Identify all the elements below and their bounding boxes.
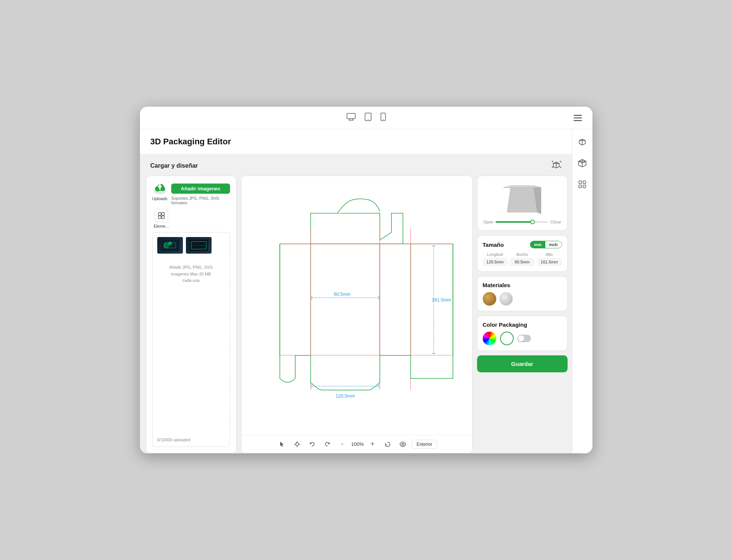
add-images-button[interactable]: Añadir imagenes — [171, 184, 230, 194]
sidebar-grid-icon[interactable] — [575, 177, 589, 191]
svg-text:120.5mm: 120.5mm — [335, 393, 354, 399]
page-header: 3D Packaging Editor — [140, 129, 572, 155]
upload-drop-area[interactable]: Añadir JPG, PNG, SVG imagenes Max 20 MB … — [152, 232, 230, 447]
svg-text:60.5mm: 60.5mm — [334, 292, 350, 297]
main-layout: 3D Packaging Editor Cargar y diseñar — [140, 129, 592, 453]
save-button[interactable]: Guardar — [477, 355, 568, 372]
section-header: Cargar y diseñar — [140, 155, 572, 176]
width-label: Ancho — [510, 252, 535, 257]
svg-rect-20 — [162, 216, 164, 219]
undo-button[interactable] — [306, 438, 318, 450]
ar-icon[interactable] — [551, 161, 562, 171]
svg-rect-63 — [583, 181, 586, 184]
zoom-plus-button[interactable]: + — [367, 438, 379, 450]
length-label: Longitud — [483, 252, 508, 257]
color-toggle[interactable] — [517, 335, 531, 342]
box-3d-preview — [503, 182, 541, 216]
select-tool-button[interactable] — [276, 438, 288, 450]
color-rainbow-picker[interactable] — [483, 332, 496, 345]
length-field: Longitud 120.5mm — [483, 252, 508, 266]
slider-open-label: Open — [483, 220, 494, 224]
elements-label: Eleme... — [154, 224, 169, 228]
svg-rect-17 — [158, 213, 161, 215]
uploads-section: Uploads — [152, 182, 167, 201]
silver-material-swatch[interactable] — [499, 292, 513, 306]
svg-marker-55 — [503, 186, 541, 188]
slider-track[interactable] — [496, 221, 548, 223]
canvas-toolbar: - 100% + — [241, 435, 472, 453]
right-panel: Open Close Tamaño — [477, 176, 568, 453]
sidebar-cube-icon[interactable] — [575, 156, 589, 170]
box-diagram-svg: 60.5mm 161.5mm 120.5mm — [241, 176, 472, 435]
upload-count: 0/10000 uploaded — [157, 438, 190, 442]
svg-rect-18 — [162, 213, 164, 215]
zoom-control: - 100% + — [336, 438, 379, 450]
uploads-label: Uploads — [152, 196, 167, 201]
upload-hint: Añadir JPG, PNG, SVG imagenes Max 20 MB … — [169, 257, 213, 284]
color-packaging-title: Color Packaging — [483, 321, 562, 328]
page-body: Cargar y diseñar — [140, 155, 572, 453]
section-title: Cargar y diseñar — [150, 162, 198, 169]
uploaded-images — [157, 237, 212, 254]
height-field: Alto 161.5mm — [537, 252, 562, 266]
width-value[interactable]: 60.5mm — [510, 258, 535, 266]
unit-inch-button[interactable]: inch — [545, 241, 562, 248]
right-sidebar — [572, 129, 592, 453]
size-fields: Longitud 120.5mm Ancho 60.5mm Alto 161.5… — [483, 252, 562, 266]
svg-rect-28 — [280, 244, 311, 355]
size-header: Tamaño mm inch — [483, 241, 562, 248]
image-thumb-2 — [186, 237, 212, 254]
svg-rect-0 — [347, 113, 355, 119]
color-white-swatch[interactable] — [500, 332, 514, 345]
content-area: 3D Packaging Editor Cargar y diseñar — [140, 129, 572, 453]
unit-toggle[interactable]: mm inch — [530, 241, 562, 248]
size-title: Tamaño — [483, 242, 504, 248]
svg-point-5 — [368, 119, 368, 120]
svg-point-7 — [383, 119, 384, 120]
desktop-icon[interactable] — [347, 113, 356, 122]
box-preview-panel: Open Close — [477, 176, 568, 231]
width-field: Ancho 60.5mm — [510, 252, 535, 266]
svg-rect-29 — [310, 244, 380, 355]
bronze-material-swatch[interactable] — [483, 292, 496, 306]
svg-marker-53 — [507, 186, 537, 212]
svg-rect-16 — [159, 187, 161, 190]
hamburger-menu[interactable] — [571, 112, 585, 124]
rotate-tool-button[interactable] — [382, 438, 394, 450]
size-panel: Tamaño mm inch Longitud 120.5mm — [477, 235, 568, 272]
height-label: Alto — [537, 252, 562, 257]
svg-rect-65 — [583, 185, 586, 188]
exterior-button[interactable]: Exterior — [412, 440, 437, 449]
unit-mm-button[interactable]: mm — [530, 241, 545, 248]
redo-button[interactable] — [321, 438, 333, 450]
length-value[interactable]: 120.5mm — [483, 258, 508, 266]
materials-title: Materiales — [483, 282, 562, 288]
svg-rect-19 — [158, 216, 161, 219]
device-icons — [347, 113, 386, 123]
svg-point-23 — [168, 242, 172, 245]
svg-rect-62 — [579, 181, 582, 184]
elements-icon — [155, 209, 168, 222]
material-swatches — [483, 292, 562, 306]
color-swatches — [483, 332, 562, 345]
color-packaging-panel: Color Packaging — [477, 316, 568, 351]
canvas-content[interactable]: 60.5mm 161.5mm 120.5mm — [241, 176, 472, 435]
svg-text:161.5mm: 161.5mm — [431, 297, 451, 303]
mobile-icon[interactable] — [381, 113, 386, 123]
svg-rect-64 — [579, 185, 582, 188]
slider-close-label: Close — [550, 220, 561, 224]
left-panel: Uploads Añadir imagenes Soportes JPG, PN… — [146, 176, 236, 453]
height-value[interactable]: 161.5mm — [537, 258, 562, 266]
tablet-icon[interactable] — [365, 113, 371, 123]
elements-section[interactable]: Eleme... — [154, 209, 169, 228]
supported-formats-text: Soportes JPG, PNG, SVG formatos — [171, 196, 230, 205]
zoom-level: 100% — [350, 441, 365, 447]
color-toggle-thumb — [518, 335, 524, 341]
pan-tool-button[interactable] — [291, 438, 303, 450]
top-bar — [140, 107, 592, 129]
eye-tool-button[interactable] — [397, 438, 409, 450]
open-close-slider[interactable]: Open Close — [483, 220, 561, 224]
sidebar-package-icon[interactable] — [575, 135, 589, 149]
svg-rect-30 — [380, 244, 411, 355]
zoom-minus-button[interactable]: - — [336, 438, 348, 450]
